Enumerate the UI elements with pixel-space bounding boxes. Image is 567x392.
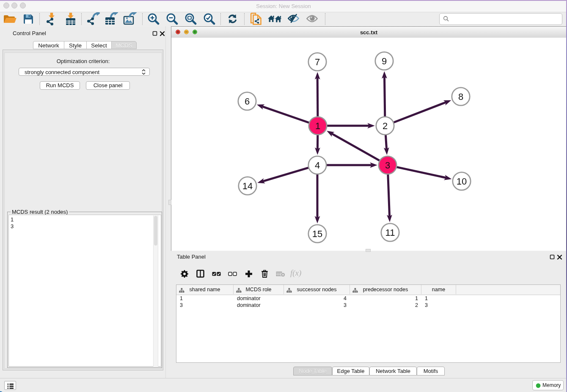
svg-text:2: 2 — [383, 121, 388, 131]
svg-text:1: 1 — [315, 121, 320, 131]
svg-text:11: 11 — [385, 227, 395, 238]
svg-text:7: 7 — [315, 57, 320, 67]
svg-text:6: 6 — [245, 96, 250, 107]
svg-text:14: 14 — [242, 181, 253, 191]
svg-text:9: 9 — [382, 56, 387, 66]
svg-text:4: 4 — [315, 160, 320, 171]
svg-text:8: 8 — [458, 91, 463, 102]
svg-text:15: 15 — [312, 229, 322, 239]
svg-text:10: 10 — [457, 176, 467, 187]
svg-text:3: 3 — [385, 160, 390, 171]
